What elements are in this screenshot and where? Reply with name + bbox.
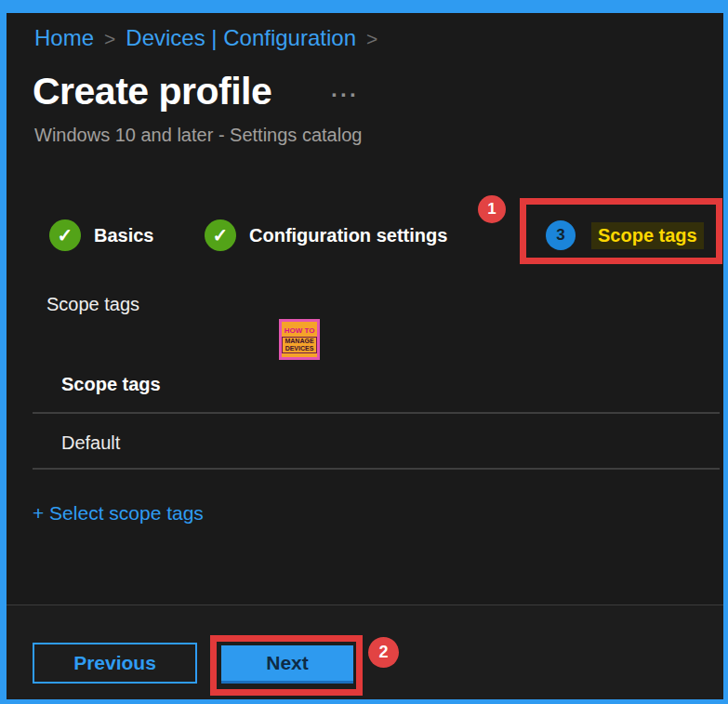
breadcrumb-separator-icon: >: [366, 28, 377, 49]
howtomanagedevices-logo: HOW TO MANAGE DEVICES: [279, 319, 320, 360]
select-scope-tags-link[interactable]: + Select scope tags: [33, 502, 204, 525]
footer-divider: [7, 604, 723, 605]
create-profile-pane: Home>Devices | Configuration> Create pro…: [7, 13, 723, 699]
page-title: Create profile: [33, 70, 271, 113]
tab-scope-tags[interactable]: 3 Scope tags: [546, 206, 704, 264]
step-label-basics: Basics: [94, 225, 154, 246]
page-subtitle: Windows 10 and later - Settings catalog: [34, 125, 362, 146]
tab-basics[interactable]: ✓ Basics: [49, 206, 154, 264]
next-button[interactable]: Next: [221, 645, 353, 684]
scope-tags-section-label: Scope tags: [46, 294, 139, 315]
check-icon: ✓: [205, 219, 236, 251]
previous-button[interactable]: Previous: [33, 643, 197, 684]
logo-text-manage-devices: MANAGE DEVICES: [282, 337, 316, 353]
breadcrumb-devices-configuration[interactable]: Devices | Configuration: [126, 25, 356, 50]
check-icon: ✓: [49, 219, 81, 251]
breadcrumb: Home>Devices | Configuration>: [34, 25, 388, 51]
table-row-default: Default: [61, 432, 120, 454]
step-label-configuration-settings: Configuration settings: [249, 225, 447, 246]
table-header-divider: [33, 412, 720, 414]
logo-text-howto: HOW TO: [285, 326, 315, 335]
table-row-divider: [33, 468, 720, 470]
tab-configuration-settings[interactable]: ✓ Configuration settings: [205, 206, 447, 264]
annotation-badge-1: 1: [478, 195, 506, 223]
annotation-badge-2: 2: [368, 637, 399, 668]
table-column-header-scope-tags: Scope tags: [61, 374, 161, 395]
step-label-scope-tags: Scope tags: [591, 222, 704, 249]
step-number-icon: 3: [546, 220, 576, 250]
more-menu-icon[interactable]: ···: [331, 82, 359, 108]
breadcrumb-separator-icon: >: [104, 28, 115, 49]
breadcrumb-home[interactable]: Home: [34, 25, 94, 50]
